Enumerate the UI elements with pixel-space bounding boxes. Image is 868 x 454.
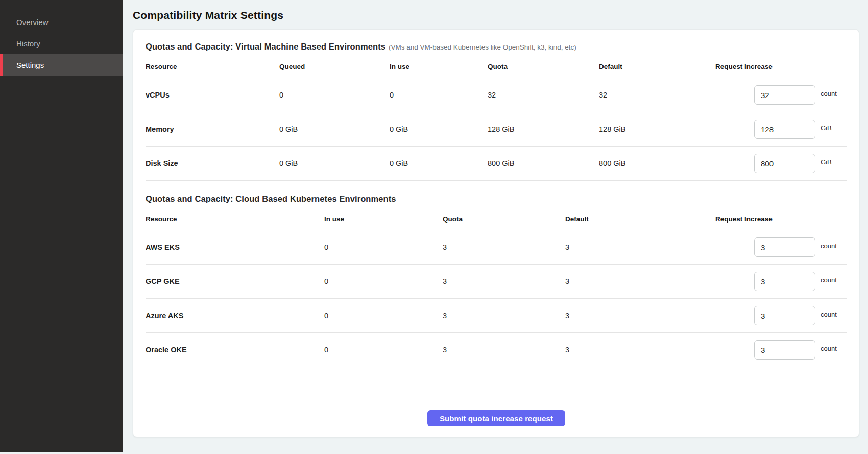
submit-quota-increase-button[interactable]: Submit quota increase request xyxy=(427,410,565,426)
table-header-row: Resource In use Quota Default Request In… xyxy=(146,207,847,230)
default-value: 128 GiB xyxy=(599,125,715,133)
queued-value: 0 GiB xyxy=(279,159,390,168)
default-value: 3 xyxy=(565,312,715,320)
table-row-disk-size: Disk Size 0 GiB 0 GiB 800 GiB 800 GiB Gi… xyxy=(146,147,847,181)
request-increase-cell: GiB xyxy=(715,154,847,173)
sidebar-item-overview[interactable]: Overview xyxy=(0,11,123,33)
azure-aks-request-input[interactable] xyxy=(754,306,815,325)
quota-value: 128 GiB xyxy=(488,125,599,133)
sidebar-item-history[interactable]: History xyxy=(0,33,123,54)
default-value: 3 xyxy=(565,346,715,354)
cloud-quota-table: Resource In use Quota Default Request In… xyxy=(146,207,847,367)
resource-label: Azure AKS xyxy=(146,312,324,320)
disk-size-request-input[interactable] xyxy=(754,154,815,173)
col-default: Default xyxy=(599,55,715,78)
sidebar-item-settings[interactable]: Settings xyxy=(0,54,123,76)
sidebar-nav: Overview History Settings xyxy=(0,11,123,76)
request-increase-cell: count xyxy=(715,306,847,325)
request-increase-cell: count xyxy=(715,340,847,360)
resource-label: Oracle OKE xyxy=(146,346,324,354)
resource-label: Disk Size xyxy=(146,159,279,168)
section-heading-vm: Quotas and Capacity: Virtual Machine Bas… xyxy=(146,42,847,52)
in-use-value: 0 xyxy=(324,243,443,251)
main-content: Compatibility Matrix Settings Quotas and… xyxy=(123,0,868,454)
table-row-oracle-oke: Oracle OKE 0 3 3 count xyxy=(146,333,847,367)
col-resource: Resource xyxy=(146,207,324,230)
col-quota: Quota xyxy=(488,55,599,78)
in-use-value: 0 GiB xyxy=(390,125,488,133)
memory-request-input[interactable] xyxy=(754,120,815,139)
section-title: Quotas and Capacity: Cloud Based Kuberne… xyxy=(146,194,396,203)
unit-label: count xyxy=(821,310,847,318)
resource-label: vCPUs xyxy=(146,91,279,99)
aws-eks-request-input[interactable] xyxy=(754,237,815,257)
section-title: Quotas and Capacity: Virtual Machine Bas… xyxy=(146,42,385,51)
unit-label: GiB xyxy=(821,124,847,132)
quota-value: 800 GiB xyxy=(488,159,599,168)
table-row-gcp-gke: GCP GKE 0 3 3 count xyxy=(146,265,847,299)
default-value: 3 xyxy=(565,277,715,285)
quota-value: 3 xyxy=(443,346,565,354)
table-row-aws-eks: AWS EKS 0 3 3 count xyxy=(146,230,847,265)
col-request-increase: Request Increase xyxy=(715,55,847,78)
default-value: 800 GiB xyxy=(599,159,715,168)
col-request-increase: Request Increase xyxy=(715,207,847,230)
quota-value: 3 xyxy=(443,312,565,320)
section-heading-cloud: Quotas and Capacity: Cloud Based Kuberne… xyxy=(146,194,847,204)
col-default: Default xyxy=(565,207,715,230)
col-in-use: In use xyxy=(390,55,488,78)
resource-label: GCP GKE xyxy=(146,277,324,285)
in-use-value: 0 xyxy=(324,277,443,285)
table-row-memory: Memory 0 GiB 0 GiB 128 GiB 128 GiB GiB xyxy=(146,112,847,147)
request-increase-cell: count xyxy=(715,272,847,291)
col-queued: Queued xyxy=(279,55,390,78)
in-use-value: 0 GiB xyxy=(390,159,488,168)
in-use-value: 0 xyxy=(324,346,443,354)
page-title: Compatibility Matrix Settings xyxy=(133,9,868,21)
resource-label: AWS EKS xyxy=(146,243,324,251)
settings-card: Quotas and Capacity: Virtual Machine Bas… xyxy=(133,29,859,437)
unit-label: count xyxy=(821,276,847,284)
col-in-use: In use xyxy=(324,207,443,230)
unit-label: count xyxy=(821,242,847,250)
table-row-vcpus: vCPUs 0 0 32 32 count xyxy=(146,78,847,112)
quota-value: 32 xyxy=(488,91,599,99)
table-row-azure-aks: Azure AKS 0 3 3 count xyxy=(146,299,847,333)
vcpus-request-input[interactable] xyxy=(754,85,815,105)
col-quota: Quota xyxy=(443,207,565,230)
oracle-oke-request-input[interactable] xyxy=(754,340,815,360)
sidebar: Overview History Settings xyxy=(0,0,123,452)
vm-quota-table: Resource Queued In use Quota Default Req… xyxy=(146,55,847,181)
submit-row: Submit quota increase request xyxy=(146,410,847,426)
table-header-row: Resource Queued In use Quota Default Req… xyxy=(146,55,847,78)
request-increase-cell: count xyxy=(715,237,847,257)
section-subtitle: (VMs and VM-based Kubernetes like OpenSh… xyxy=(389,43,576,51)
default-value: 3 xyxy=(565,243,715,251)
queued-value: 0 GiB xyxy=(279,125,390,133)
default-value: 32 xyxy=(599,91,715,99)
gcp-gke-request-input[interactable] xyxy=(754,272,815,291)
request-increase-cell: GiB xyxy=(715,120,847,139)
request-increase-cell: count xyxy=(715,85,847,105)
unit-label: count xyxy=(821,90,847,98)
queued-value: 0 xyxy=(279,91,390,99)
unit-label: GiB xyxy=(821,158,847,166)
in-use-value: 0 xyxy=(390,91,488,99)
col-resource: Resource xyxy=(146,55,279,78)
in-use-value: 0 xyxy=(324,312,443,320)
quota-value: 3 xyxy=(443,277,565,285)
unit-label: count xyxy=(821,345,847,352)
resource-label: Memory xyxy=(146,125,279,133)
quota-value: 3 xyxy=(443,243,565,251)
